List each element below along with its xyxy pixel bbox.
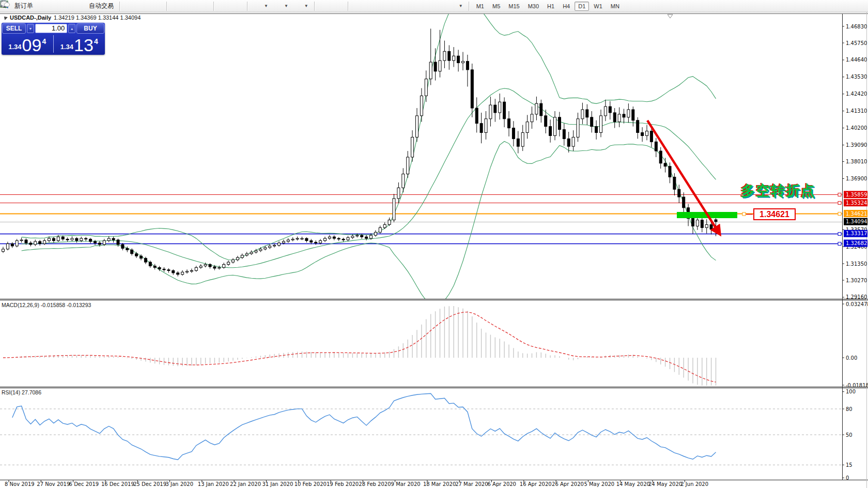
candle-body xyxy=(627,110,630,117)
candle-body xyxy=(623,114,625,117)
candle-body xyxy=(153,266,156,267)
candle-body xyxy=(466,62,469,70)
price-tick-label: 1.29160 xyxy=(846,294,867,300)
text-tool[interactable]: A xyxy=(419,1,432,11)
date-label: 28 Feb 2020 xyxy=(359,481,391,487)
sell-price[interactable]: 1.34 09 4 xyxy=(2,34,53,54)
timeframe-M1[interactable]: M1 xyxy=(473,2,488,11)
candle-body xyxy=(503,102,506,119)
candle-body xyxy=(521,133,524,147)
candle-body xyxy=(337,238,340,239)
candle-body xyxy=(512,128,515,139)
crosshair-tool[interactable] xyxy=(331,1,345,11)
date-label: 18 Mar 2020 xyxy=(423,481,456,487)
timeframe-M30[interactable]: M30 xyxy=(524,2,542,11)
timeframe-D1[interactable]: D1 xyxy=(575,2,589,11)
label-tool[interactable]: T xyxy=(432,1,445,11)
macd-histogram xyxy=(3,306,716,386)
trendline-icon xyxy=(381,2,389,10)
candle-body xyxy=(94,241,97,243)
market-button[interactable] xyxy=(36,1,49,11)
templates-button[interactable]: ▼ xyxy=(291,1,311,11)
candle-body xyxy=(356,235,359,236)
timeframe-H1[interactable]: H1 xyxy=(544,2,558,11)
annotation-price-tag[interactable]: 1.34621 xyxy=(753,208,796,220)
candle-body xyxy=(416,116,419,138)
candle-body xyxy=(540,103,542,116)
channel-tool[interactable]: E xyxy=(392,1,405,11)
zoom-in-button[interactable] xyxy=(170,1,183,11)
candle-body xyxy=(393,199,395,220)
macd-signal-line xyxy=(3,312,716,383)
candle-body xyxy=(650,131,653,142)
chart-shift-button[interactable] xyxy=(230,1,244,11)
candle-body xyxy=(655,142,657,151)
hline-tool[interactable] xyxy=(365,1,378,11)
mt4-window: { "toolbar": { "new_order_label": "新订单",… xyxy=(0,0,868,488)
periods-button[interactable]: ▼ xyxy=(271,1,291,11)
candle-body xyxy=(475,108,478,124)
chart-canvas[interactable]: 1.468301.457501.446401.435301.424201.413… xyxy=(0,0,868,488)
auto-trading-button[interactable]: 自动交易 xyxy=(76,1,116,11)
search-icon[interactable] xyxy=(842,2,850,10)
annotation-note[interactable]: 多空转折点 xyxy=(741,181,816,200)
signals-button[interactable] xyxy=(63,1,76,11)
candle-body xyxy=(144,258,147,262)
ohlc-values: 1.34219 1.34369 1.33144 1.34094 xyxy=(54,14,141,21)
candle-body xyxy=(117,240,119,245)
candle-body xyxy=(402,174,405,188)
candle-body xyxy=(508,119,510,128)
bar-chart-icon xyxy=(126,2,134,10)
rsi-tick-label: 80 xyxy=(846,406,853,412)
chat-icon[interactable] xyxy=(856,2,864,10)
price-tick-label: 1.44640 xyxy=(846,57,867,63)
volume-increase-button[interactable]: ▲ xyxy=(68,24,75,33)
line-chart-button[interactable] xyxy=(150,1,163,11)
price-tick-label: 1.39090 xyxy=(846,142,867,148)
candle-body xyxy=(48,238,51,240)
vline-tool[interactable] xyxy=(351,1,365,11)
indicators-button[interactable]: ▼ xyxy=(251,1,271,11)
timeframe-M15[interactable]: M15 xyxy=(505,2,523,11)
tile-windows-button[interactable] xyxy=(197,1,210,11)
top-toolbar: 新订单 自动交易 xyxy=(0,0,868,12)
timeframe-H4[interactable]: H4 xyxy=(559,2,574,11)
timeframe-M5[interactable]: M5 xyxy=(489,2,504,11)
candle-body xyxy=(683,197,685,208)
symbol-name: USDCAD-,Daily xyxy=(10,14,51,21)
date-label: 9 Mar 2020 xyxy=(391,481,421,487)
trendline-tool[interactable] xyxy=(378,1,392,11)
zoom-out-button[interactable] xyxy=(183,1,197,11)
collapse-arrow-icon[interactable] xyxy=(3,15,8,20)
candle-body xyxy=(264,248,267,249)
candle-body xyxy=(186,271,189,272)
timeframe-W1[interactable]: W1 xyxy=(590,2,606,11)
profile-icon xyxy=(52,2,60,10)
candle-body xyxy=(563,130,565,139)
signal-icon xyxy=(65,2,73,10)
buy-button[interactable]: BUY xyxy=(76,23,104,34)
candle-chart-button[interactable] xyxy=(136,1,150,11)
price-tick-label: 1.38010 xyxy=(846,159,867,164)
date-label: 16 Dec 2019 xyxy=(101,481,134,487)
price-tick-label: 1.42420 xyxy=(846,91,867,97)
buy-price[interactable]: 1.34 13 4 xyxy=(54,34,105,54)
arrows-tool[interactable]: ▼ xyxy=(445,1,466,11)
candle-body xyxy=(66,239,69,240)
fibonacci-tool[interactable]: F xyxy=(405,1,419,11)
candle-body xyxy=(310,241,313,242)
candle-body xyxy=(250,252,253,254)
auto-scroll-button[interactable] xyxy=(217,1,230,11)
volume-input[interactable]: 1.00 xyxy=(35,24,67,33)
cursor-tool[interactable] xyxy=(318,1,331,11)
candle-body xyxy=(715,220,717,222)
timeframe-MN[interactable]: MN xyxy=(607,2,623,11)
candle-body xyxy=(434,62,437,71)
candle-body xyxy=(407,157,409,174)
community-button[interactable] xyxy=(49,1,63,11)
volume-decrease-button[interactable]: ▼ xyxy=(27,24,34,33)
sell-button[interactable]: SELL xyxy=(2,23,26,34)
bar-chart-button[interactable] xyxy=(123,1,136,11)
candle-body xyxy=(43,241,46,244)
rsi-tick-label: 0 xyxy=(846,475,849,481)
